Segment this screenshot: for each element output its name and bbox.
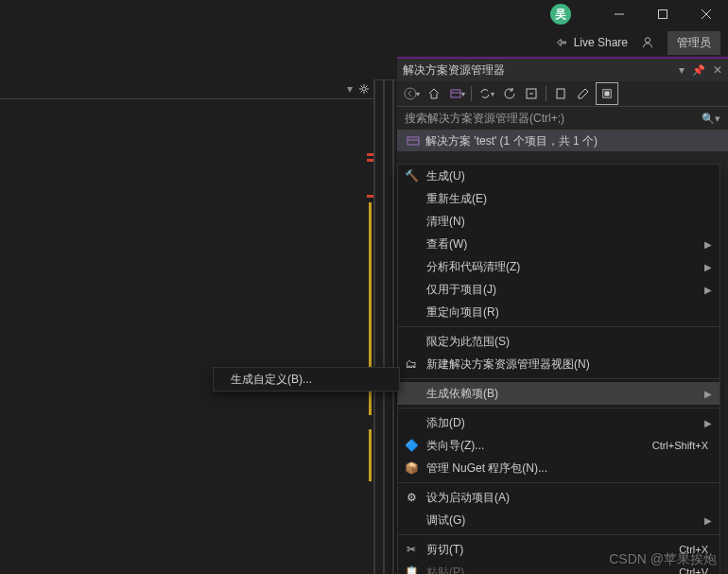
preview-icon[interactable]: [596, 82, 618, 105]
home-icon[interactable]: [424, 83, 444, 104]
menu-retarget[interactable]: 重定向项目(R): [398, 301, 719, 323]
splitter[interactable]: [373, 79, 375, 574]
separator: [471, 86, 472, 101]
gear-icon: ⚙: [404, 491, 419, 504]
search-input[interactable]: 搜索解决方案资源管理器(Ctrl+;) 🔍▾: [397, 107, 728, 130]
class-wizard-icon: 🔷: [404, 439, 419, 452]
panel-title: 解决方案资源管理器: [403, 62, 505, 78]
solution-icon: [407, 134, 420, 148]
close-button[interactable]: [685, 0, 728, 28]
svg-point-4: [645, 38, 650, 43]
chevron-right-icon: ▶: [704, 239, 712, 250]
feedback-icon[interactable]: [641, 36, 654, 49]
dropdown-icon[interactable]: ▾: [347, 82, 353, 96]
svg-point-5: [362, 87, 366, 91]
menu-build-deps[interactable]: 生成依赖项(B)▶: [398, 382, 719, 405]
search-icon: 🔍▾: [702, 113, 720, 125]
menu-class-wizard[interactable]: 🔷类向导(Z)...Ctrl+Shift+X: [398, 434, 719, 457]
paste-icon: 📋: [404, 565, 419, 574]
live-share-button[interactable]: Live Share: [555, 36, 628, 49]
menu-build[interactable]: 🔨生成(U): [398, 165, 719, 187]
solution-label: 解决方案 'test' (1 个项目，共 1 个): [425, 133, 598, 149]
change-marker: [369, 429, 372, 481]
menu-analyze[interactable]: 分析和代码清理(Z)▶: [398, 255, 719, 278]
search-placeholder: 搜索解决方案资源管理器(Ctrl+;): [405, 111, 564, 127]
solution-node[interactable]: 解决方案 'test' (1 个项目，共 1 个): [397, 130, 728, 151]
chevron-right-icon: ▶: [704, 418, 712, 428]
admin-button[interactable]: 管理员: [667, 31, 720, 55]
menu-build-custom[interactable]: 生成自定义(B)...: [214, 368, 399, 391]
svg-rect-7: [451, 90, 460, 97]
context-menu: 🔨生成(U) 重新生成(E) 清理(N) 查看(W)▶ 分析和代码清理(Z)▶ …: [397, 164, 720, 574]
svg-rect-10: [557, 89, 564, 98]
separator: [398, 408, 719, 409]
error-marker[interactable]: [367, 153, 373, 156]
switch-view-icon[interactable]: ▾: [446, 83, 467, 104]
dropdown-icon[interactable]: ▾: [679, 63, 685, 77]
splitter[interactable]: [392, 79, 394, 574]
watermark: CSDN @苹果挨炮: [609, 551, 717, 568]
refresh-icon[interactable]: [498, 83, 519, 104]
menu-scope[interactable]: 限定为此范围(S): [398, 330, 719, 353]
menu-debug[interactable]: 调试(G)▶: [398, 509, 719, 531]
panel-toolbar: ▾ ▾ ▾: [397, 81, 728, 107]
menu-rebuild[interactable]: 重新生成(E): [398, 187, 719, 210]
chevron-right-icon: ▶: [704, 515, 712, 526]
live-share-label: Live Share: [574, 36, 628, 49]
menu-nuget[interactable]: 📦管理 NuGet 程序包(N)...: [398, 457, 719, 479]
cut-icon: ✂: [404, 543, 419, 556]
separator: [398, 326, 719, 327]
shortcut: Ctrl+Shift+X: [652, 440, 708, 451]
user-avatar[interactable]: 吴: [550, 4, 571, 25]
svg-rect-12: [604, 91, 609, 96]
menubar: Live Share 管理员: [0, 28, 728, 57]
error-marker[interactable]: [367, 195, 373, 198]
separator: [398, 378, 719, 379]
menu-clean[interactable]: 清理(N): [398, 210, 719, 233]
panel-header[interactable]: 解决方案资源管理器 ▾ 📌 ✕: [397, 59, 728, 81]
svg-rect-1: [659, 10, 667, 19]
context-submenu: 生成自定义(B)...: [213, 367, 400, 391]
menu-startup[interactable]: ⚙设为启动项目(A): [398, 486, 719, 509]
build-icon: 🔨: [404, 169, 419, 183]
collapse-icon[interactable]: [521, 83, 542, 104]
splitter[interactable]: [383, 79, 385, 574]
show-all-icon[interactable]: [550, 83, 571, 104]
back-icon[interactable]: ▾: [401, 83, 422, 104]
error-marker[interactable]: [367, 159, 373, 162]
menu-project-only[interactable]: 仅用于项目(J)▶: [398, 278, 719, 301]
close-icon[interactable]: ✕: [713, 63, 722, 77]
menu-view[interactable]: 查看(W)▶: [398, 233, 719, 255]
nuget-icon: 📦: [404, 461, 419, 475]
separator: [398, 534, 719, 535]
editor-area: ▾: [0, 79, 373, 574]
menu-new-view[interactable]: 🗂新建解决方案资源管理器视图(N): [398, 353, 719, 375]
svg-rect-13: [407, 137, 419, 145]
minimize-button[interactable]: [598, 0, 641, 28]
settings-icon[interactable]: [358, 83, 370, 95]
new-view-icon: 🗂: [404, 357, 419, 371]
overview-ruler: [364, 98, 373, 574]
editor-breadcrumb-bar: ▾: [0, 79, 373, 99]
maximize-button[interactable]: [641, 0, 685, 28]
properties-icon[interactable]: [573, 83, 594, 104]
titlebar: 吴: [0, 0, 728, 28]
chevron-right-icon: ▶: [704, 285, 712, 295]
menu-add[interactable]: 添加(D)▶: [398, 411, 719, 434]
separator: [398, 482, 719, 483]
chevron-right-icon: ▶: [704, 389, 712, 399]
svg-point-6: [405, 88, 416, 99]
pin-icon[interactable]: 📌: [692, 64, 705, 77]
separator: [546, 86, 546, 101]
chevron-right-icon: ▶: [704, 262, 712, 272]
sync-icon[interactable]: ▾: [476, 83, 496, 104]
